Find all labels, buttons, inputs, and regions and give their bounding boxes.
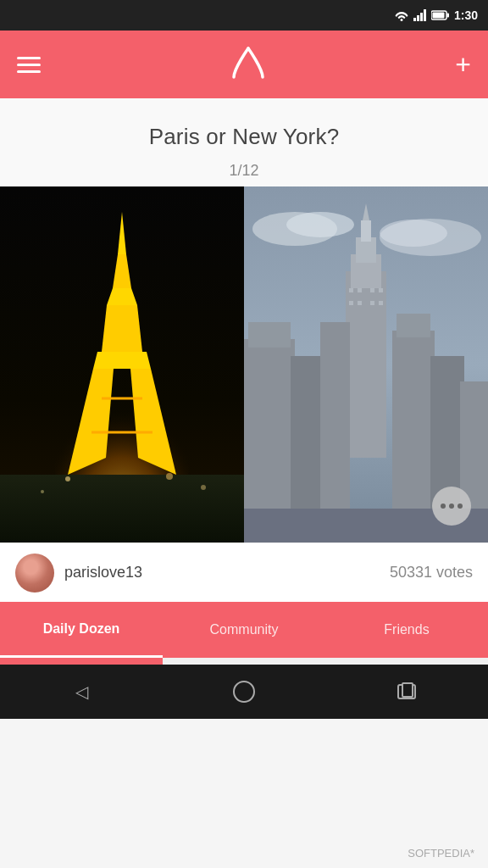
dot-3	[458, 504, 463, 509]
svg-rect-1	[417, 15, 419, 21]
app-header: +	[0, 31, 488, 98]
content-area: Paris or New York? 1/12	[0, 98, 488, 665]
svg-rect-44	[370, 288, 374, 292]
svg-rect-0	[413, 18, 416, 21]
app-logo	[227, 45, 269, 84]
option-paris[interactable]	[0, 186, 244, 542]
home-button[interactable]	[219, 675, 269, 709]
wifi-icon	[394, 9, 409, 21]
svg-rect-48	[370, 301, 374, 305]
votes-count: 50331 votes	[390, 564, 473, 581]
user-info-bar: parislove13 50331 votes	[0, 542, 488, 602]
scroll-indicator-strip	[0, 658, 488, 665]
tab-community[interactable]: Community	[163, 602, 325, 658]
svg-point-23	[201, 485, 206, 490]
more-dots	[441, 504, 463, 509]
svg-point-22	[41, 490, 44, 493]
svg-rect-6	[432, 13, 444, 19]
tab-bar-wrapper: Daily Dozen Community Friends	[0, 602, 488, 658]
question-counter: 1/12	[0, 150, 488, 186]
battery-icon	[431, 10, 450, 20]
question-title: Paris or New York?	[0, 115, 488, 150]
home-icon	[233, 681, 255, 703]
svg-rect-42	[349, 288, 353, 292]
svg-rect-32	[361, 220, 371, 242]
recents-icon	[397, 684, 416, 699]
svg-rect-45	[379, 288, 383, 292]
status-icons: 1:30	[394, 8, 478, 22]
scroll-indicator-fill	[0, 658, 163, 665]
paris-image	[0, 186, 244, 542]
dot-1	[441, 504, 446, 509]
menu-line-1	[17, 57, 41, 59]
svg-rect-43	[358, 288, 362, 292]
menu-button[interactable]	[17, 57, 41, 73]
avatar	[15, 554, 54, 593]
username: parislove13	[64, 564, 142, 581]
svg-point-21	[166, 473, 173, 480]
menu-line-3	[17, 70, 41, 73]
svg-rect-19	[0, 475, 244, 542]
svg-rect-39	[396, 314, 430, 337]
tab-friends[interactable]: Friends	[325, 602, 488, 658]
svg-rect-5	[446, 14, 449, 18]
dot-2	[449, 504, 454, 509]
watermark: SOFTPEDIA*	[408, 847, 474, 860]
add-button[interactable]: +	[455, 51, 471, 78]
svg-rect-46	[349, 301, 353, 305]
signal-icon	[413, 9, 427, 21]
svg-rect-3	[424, 9, 426, 21]
tab-bar: Daily Dozen Community Friends	[0, 602, 488, 658]
back-icon: ◁	[75, 682, 88, 702]
avatar-image	[15, 554, 54, 593]
svg-point-28	[380, 220, 447, 247]
menu-line-2	[17, 64, 41, 66]
bottom-navigation: ◁	[0, 665, 488, 719]
logo-icon	[227, 45, 269, 84]
svg-rect-49	[379, 301, 383, 305]
back-button[interactable]: ◁	[56, 675, 107, 709]
svg-rect-2	[420, 13, 423, 21]
status-bar: 1:30	[0, 0, 488, 31]
svg-point-20	[65, 476, 70, 481]
status-time: 1:30	[454, 8, 478, 22]
svg-rect-29	[346, 271, 386, 458]
recents-button[interactable]	[381, 675, 432, 709]
svg-rect-35	[248, 322, 291, 348]
tab-daily-dozen[interactable]: Daily Dozen	[0, 602, 163, 658]
svg-rect-47	[358, 301, 362, 305]
svg-marker-14	[93, 352, 151, 369]
more-button[interactable]	[432, 487, 471, 526]
svg-point-26	[286, 212, 354, 237]
comparison-images[interactable]	[0, 186, 488, 542]
eiffel-tower-svg	[0, 186, 244, 542]
user-profile[interactable]: parislove13	[15, 554, 142, 593]
svg-marker-13	[102, 305, 142, 352]
